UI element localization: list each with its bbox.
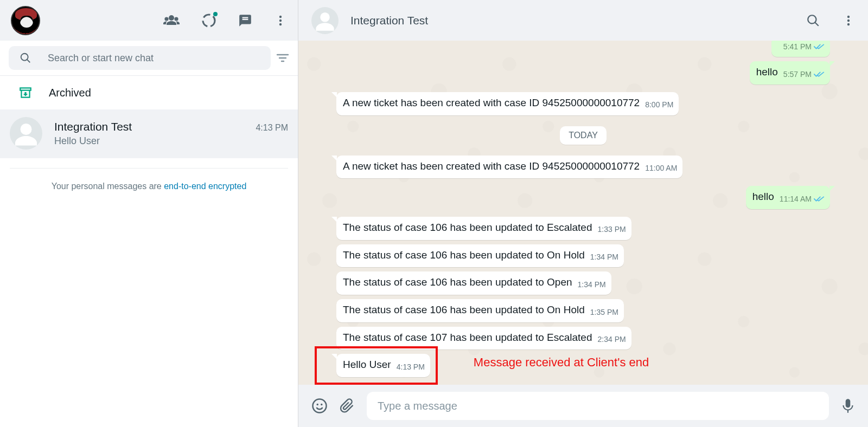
archive-icon (18, 86, 33, 100)
message-time: 11:00 AM (645, 163, 677, 173)
incoming-message[interactable]: The status of case 107 has been updated … (336, 327, 631, 350)
svg-point-0 (169, 15, 174, 21)
chat-contact-avatar[interactable] (311, 7, 339, 34)
svg-point-3 (203, 15, 215, 27)
message-text: The status of case 107 has been updated … (343, 331, 592, 345)
incoming-message[interactable]: A new ticket has been created with case … (336, 156, 682, 179)
e2e-link[interactable]: end-to-end encrypted (164, 182, 246, 191)
message-text: The status of case 106 has been updated … (343, 249, 585, 262)
svg-point-4 (279, 15, 282, 17)
chat-name: Integration Test (54, 120, 132, 133)
message-text: The status of case 106 has been updated … (343, 221, 592, 235)
outgoing-message[interactable]: hello5:57 PM (750, 61, 830, 85)
search-box[interactable] (9, 46, 271, 70)
message-time: 2:34 PM (598, 334, 626, 344)
svg-point-15 (313, 399, 327, 413)
menu-icon[interactable] (274, 14, 287, 27)
message-text: hello (752, 190, 774, 204)
message-time: 5:41 PM (783, 42, 825, 51)
svg-point-13 (847, 19, 850, 21)
incoming-message[interactable]: The status of case 106 has been updated … (336, 244, 624, 268)
my-avatar[interactable] (11, 6, 40, 35)
svg-point-2 (174, 17, 178, 21)
status-icon[interactable] (201, 13, 216, 28)
read-receipt-icon (814, 195, 825, 203)
svg-point-10 (21, 124, 32, 135)
message-time: 5:57 PM (783, 69, 825, 79)
outgoing-message[interactable]: hello11:14 AM (746, 186, 830, 209)
message-time: 1:34 PM (590, 252, 618, 262)
read-receipt-icon (814, 43, 825, 50)
search-icon (20, 52, 31, 64)
contact-avatar (10, 117, 42, 150)
svg-point-6 (279, 23, 282, 25)
sidebar: Archived Integration Test 4:13 PM Hello … (0, 0, 298, 427)
new-chat-icon[interactable] (238, 14, 252, 28)
sidebar-header (0, 0, 298, 41)
chat-title[interactable]: Integration Test (350, 14, 794, 27)
message-text: The status of case 106 has been updated … (343, 276, 572, 289)
svg-point-5 (279, 19, 282, 21)
chat-pane: Integration Test 5:41 PMhello5:57 PMA ne… (298, 0, 868, 427)
incoming-message[interactable]: The status of case 106 has been updated … (336, 217, 631, 240)
chat-body: 5:41 PMhello5:57 PMA new ticket has been… (298, 41, 868, 385)
svg-point-17 (321, 404, 323, 406)
message-time: 8:00 PM (645, 100, 673, 109)
message-text: The status of case 106 has been updated … (343, 303, 585, 317)
message-text: A new ticket has been created with case … (343, 160, 640, 173)
svg-point-12 (847, 15, 850, 17)
message-time: 4:13 PM (397, 362, 425, 372)
svg-point-11 (320, 12, 330, 22)
message-time: 1:35 PM (590, 307, 618, 317)
incoming-message[interactable]: The status of case 106 has been updated … (336, 271, 611, 295)
outgoing-message[interactable]: 5:41 PM (771, 41, 830, 57)
incoming-message[interactable]: A new ticket has been created with case … (336, 92, 679, 115)
archived-row[interactable]: Archived (0, 76, 298, 109)
mic-icon[interactable] (841, 398, 855, 414)
message-text: A new ticket has been created with case … (343, 96, 640, 110)
filter-icon[interactable] (276, 53, 289, 63)
chat-header: Integration Test (298, 0, 868, 41)
message-text: Hello User (343, 358, 391, 372)
chat-last-message: Hello User (54, 135, 288, 147)
read-receipt-icon (814, 70, 825, 78)
message-time: 1:33 PM (598, 224, 626, 234)
incoming-message[interactable]: The status of case 106 has been updated … (336, 299, 624, 322)
day-separator: TODAY (560, 126, 607, 145)
chat-list-item[interactable]: Integration Test 4:13 PM Hello User (0, 109, 298, 158)
search-input[interactable] (48, 53, 260, 64)
svg-point-14 (847, 23, 850, 25)
message-input[interactable] (378, 400, 818, 412)
communities-icon[interactable] (163, 14, 180, 27)
svg-point-16 (317, 404, 319, 406)
chat-menu-icon[interactable] (842, 14, 855, 27)
message-time: 11:14 AM (780, 194, 825, 204)
message-input-box[interactable] (367, 392, 829, 420)
message-time: 1:34 PM (578, 280, 606, 289)
chat-search-icon[interactable] (806, 14, 820, 28)
svg-point-1 (164, 17, 168, 21)
archived-label: Archived (49, 87, 91, 99)
incoming-message[interactable]: Hello User4:13 PM (336, 354, 430, 377)
e2e-notice: Your personal messages are end-to-end en… (0, 169, 298, 204)
search-row (0, 41, 298, 76)
message-scroll[interactable]: 5:41 PMhello5:57 PMA new ticket has been… (298, 41, 868, 385)
sidebar-actions (163, 13, 287, 28)
composer (298, 385, 868, 427)
chat-time: 4:13 PM (256, 123, 288, 133)
message-text: hello (756, 66, 778, 79)
emoji-icon[interactable] (311, 398, 328, 414)
attach-icon[interactable] (340, 398, 355, 413)
